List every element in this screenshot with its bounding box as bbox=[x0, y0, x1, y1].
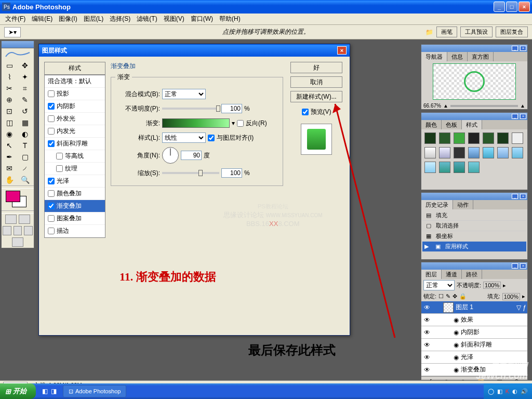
jump-to-icon[interactable] bbox=[12, 237, 23, 247]
layer-blend-select[interactable]: 正常 bbox=[423, 280, 455, 290]
angle-dial[interactable] bbox=[162, 147, 179, 164]
style-checkbox[interactable] bbox=[48, 115, 55, 122]
navigator-thumbnail[interactable] bbox=[433, 63, 516, 100]
style-list-item[interactable]: 渐变叠加 bbox=[45, 200, 105, 212]
history-item[interactable]: ▦极坐标 bbox=[422, 231, 526, 242]
panel-min-button[interactable]: _ bbox=[512, 46, 518, 51]
style-list-item[interactable]: 等高线 bbox=[45, 150, 105, 163]
style-checkbox[interactable] bbox=[56, 153, 63, 159]
screen-mode-2[interactable] bbox=[14, 226, 22, 235]
style-list-item[interactable]: 外发光 bbox=[45, 113, 105, 125]
style-swatch[interactable] bbox=[439, 147, 450, 158]
history-item[interactable]: ▶▣应用样式 bbox=[422, 242, 526, 252]
type-tool[interactable]: T bbox=[17, 140, 33, 151]
zoom-tool[interactable]: 🔍 bbox=[17, 174, 33, 185]
layer-effect-item[interactable]: 👁◉内阴影 bbox=[421, 326, 527, 339]
style-swatch[interactable] bbox=[454, 132, 465, 144]
stamp-tool[interactable]: ⊡ bbox=[2, 105, 17, 117]
style-list-item[interactable]: 图案叠加 bbox=[45, 212, 105, 225]
zoom-in-icon[interactable]: ▲ bbox=[520, 103, 525, 109]
tray-icon[interactable]: 🔊 bbox=[521, 388, 528, 395]
path-select-tool[interactable]: ↖ bbox=[2, 140, 17, 151]
gradient-dropdown-icon[interactable]: ▾ bbox=[232, 119, 235, 127]
menu-image[interactable]: 图像(I) bbox=[56, 14, 80, 24]
menu-filter[interactable]: 滤镜(T) bbox=[134, 14, 160, 24]
eye-icon[interactable]: 👁 bbox=[422, 366, 432, 374]
tab-navigator[interactable]: 导航器 bbox=[421, 52, 447, 61]
tab-info[interactable]: 信息 bbox=[447, 52, 468, 61]
menu-file[interactable]: 文件(F) bbox=[2, 14, 29, 24]
panel-close-button[interactable]: × bbox=[520, 194, 526, 199]
eye-icon[interactable]: 👁 bbox=[422, 316, 432, 324]
layer-effects-row[interactable]: 👁◉效果 bbox=[421, 314, 527, 326]
style-swatch[interactable] bbox=[424, 147, 436, 158]
panel-close-button[interactable]: × bbox=[520, 114, 526, 119]
toolbox-header[interactable] bbox=[2, 41, 34, 48]
panel-min-button[interactable]: _ bbox=[512, 114, 518, 119]
dodge-tool[interactable]: ◐ bbox=[17, 128, 33, 140]
system-tray[interactable]: ◯◧K◐🔊 bbox=[484, 383, 532, 399]
layer-row[interactable]: 👁 图层 1 ▽ ƒ bbox=[421, 301, 527, 314]
style-swatch[interactable] bbox=[424, 162, 436, 173]
style-swatch[interactable] bbox=[497, 147, 509, 158]
style-list-item[interactable]: 斜面和浮雕 bbox=[45, 138, 105, 150]
style-list-item[interactable]: 内发光 bbox=[45, 125, 105, 138]
style-checkbox[interactable] bbox=[48, 140, 55, 147]
close-button[interactable]: × bbox=[518, 2, 530, 12]
blend-mode-select[interactable]: 正常 bbox=[162, 89, 206, 99]
tool-indicator[interactable]: ➤▾ bbox=[4, 27, 21, 37]
heal-tool[interactable]: ⊕ bbox=[2, 94, 17, 105]
maximize-button[interactable]: □ bbox=[506, 2, 517, 12]
style-list-item[interactable]: 纹理 bbox=[45, 163, 105, 175]
style-swatch[interactable] bbox=[468, 162, 480, 173]
quicklaunch-icon[interactable]: ◧ bbox=[42, 388, 48, 395]
style-checkbox[interactable] bbox=[48, 128, 55, 135]
crop-tool[interactable]: ✂ bbox=[2, 83, 17, 94]
tray-icon[interactable]: ◯ bbox=[488, 388, 494, 395]
chevron-down-icon[interactable]: ▽ ƒ bbox=[516, 304, 526, 311]
style-swatch[interactable] bbox=[468, 132, 480, 144]
screen-mode-3[interactable] bbox=[24, 226, 33, 235]
tab-channels[interactable]: 通道 bbox=[442, 270, 462, 279]
pen-tool[interactable]: ✒ bbox=[2, 151, 17, 163]
gradient-picker[interactable] bbox=[162, 118, 230, 128]
standard-mode-icon[interactable] bbox=[5, 215, 17, 224]
quickmask-mode-icon[interactable] bbox=[19, 215, 30, 224]
panel-min-button[interactable]: _ bbox=[512, 263, 518, 269]
style-list-item[interactable]: 光泽 bbox=[45, 175, 105, 188]
tray-icon[interactable]: K bbox=[506, 388, 509, 394]
style-swatch[interactable] bbox=[483, 132, 494, 144]
screen-mode-1[interactable] bbox=[3, 226, 11, 235]
tab-styles[interactable]: 样式 bbox=[462, 120, 482, 129]
lock-trans-icon[interactable]: ☐ bbox=[438, 293, 444, 300]
tab-layers[interactable]: 图层 bbox=[421, 270, 442, 279]
style-swatch[interactable] bbox=[424, 132, 436, 144]
opacity-slider[interactable] bbox=[162, 108, 219, 110]
menu-edit[interactable]: 编辑(E) bbox=[29, 14, 56, 24]
palette-well-icon[interactable]: 📁 bbox=[425, 29, 433, 36]
eraser-tool[interactable]: ◫ bbox=[2, 117, 17, 128]
lasso-tool[interactable]: ⌇ bbox=[2, 71, 17, 83]
shape-tool[interactable]: ▢ bbox=[17, 151, 33, 163]
preview-checkbox[interactable] bbox=[302, 109, 309, 115]
style-list-item[interactable]: 投影 bbox=[45, 88, 105, 100]
eye-icon[interactable]: 👁 bbox=[422, 329, 432, 336]
cancel-button[interactable]: 取消 bbox=[290, 76, 342, 88]
style-swatch[interactable] bbox=[468, 147, 480, 158]
fill-value[interactable]: 100% bbox=[502, 293, 520, 300]
brush-tool[interactable]: ✎ bbox=[17, 94, 33, 105]
align-checkbox[interactable] bbox=[208, 135, 215, 141]
scale-slider[interactable] bbox=[162, 172, 219, 174]
wand-tool[interactable]: ✦ bbox=[17, 71, 33, 83]
style-list-item[interactable]: 颜色叠加 bbox=[45, 188, 105, 200]
taskbar-item[interactable]: ⊡Adobe Photoshop bbox=[63, 385, 126, 397]
opacity-input[interactable] bbox=[221, 104, 242, 113]
menu-view[interactable]: 视图(V) bbox=[161, 14, 188, 24]
tray-icon[interactable]: ◐ bbox=[512, 388, 517, 395]
menu-help[interactable]: 帮助(H) bbox=[216, 14, 244, 24]
lock-all-icon[interactable]: 🔒 bbox=[459, 293, 467, 300]
layer-effect-item[interactable]: 👁◉斜面和浮雕 bbox=[421, 339, 527, 351]
history-brush-tool[interactable]: ↺ bbox=[17, 105, 33, 117]
style-swatch[interactable] bbox=[497, 132, 509, 144]
tab-color[interactable]: 颜色 bbox=[421, 120, 442, 129]
